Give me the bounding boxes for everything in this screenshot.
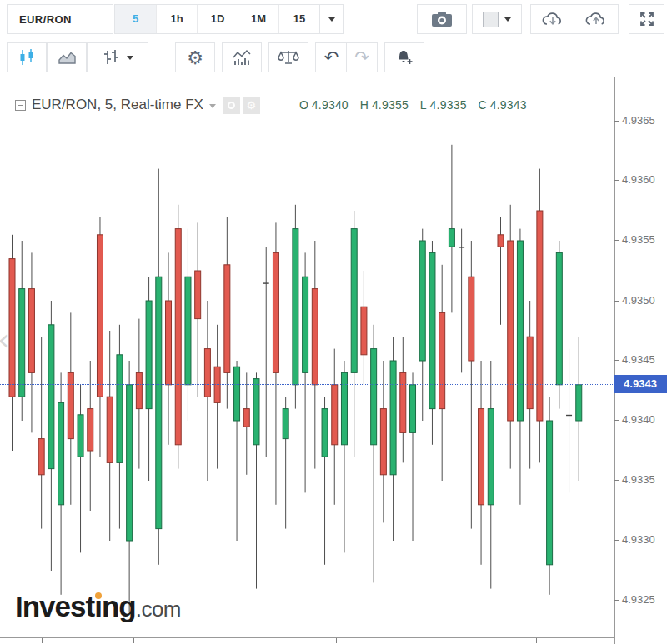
ohlc-readout: O4.9340 H4.9355 L4.9335 C4.9343 [299,98,535,112]
gear-icon: ⚙ [247,100,257,111]
redo-icon: ↷ [354,49,369,66]
axis-tick-label: 4.9340 [622,413,655,426]
camera-icon [431,11,453,27]
fullscreen-icon [639,11,655,27]
cloud-download-icon [541,10,564,28]
axis-tick [614,420,619,421]
axis-tick [614,180,619,181]
axis-tick-label: 4.9335 [622,473,655,486]
visibility-icon [228,102,235,109]
redo-button[interactable]: ↷ [346,42,378,72]
axis-tick [614,240,619,241]
axis-tick [614,301,619,302]
axis-tick [614,360,619,361]
candlestick-chart-icon [18,48,36,67]
price-axis[interactable]: 4.93654.93604.93554.93504.93454.93404.93… [614,77,667,644]
logo-text: Invest [15,590,94,622]
load-chart-button[interactable] [530,4,574,34]
timeframe-group: 51h1D1M15 [114,4,320,34]
time-tick [536,638,537,643]
axis-tick-label: 4.9330 [622,533,655,546]
snapshot-button[interactable] [417,4,467,34]
timeframe-5[interactable]: 5 [115,5,156,33]
ohlc-bars-icon [103,49,119,66]
chart-style-candles-button[interactable] [7,42,47,72]
high-value: 4.9355 [372,98,409,112]
cloud-upload-icon [584,10,608,28]
chart-widget: EUR/RON 51h1D1M15 [0,0,667,644]
indicators-button[interactable] [222,42,262,72]
scales-icon [278,49,299,66]
gear-icon: ⚙ [187,47,203,68]
symbol-input[interactable]: EUR/RON [7,4,113,34]
compare-button[interactable] [268,42,308,72]
current-price-line [0,384,614,385]
axis-tick-label: 4.9360 [622,173,655,186]
close-label: C [479,98,487,112]
chart-settings-button[interactable]: ⚙ [175,42,215,72]
timeframe-1h[interactable]: 1h [156,5,197,33]
undo-icon: ↶ [324,49,339,66]
time-tick [42,638,43,643]
legend-settings-button[interactable]: ⚙ [243,97,260,114]
background-color-button[interactable] [472,4,522,34]
legend-title[interactable]: EUR/RON, 5, Real-time FX [32,97,203,113]
logo-tld: .com [136,597,181,622]
chart-style-bars-button[interactable] [87,42,148,72]
symbol-text: EUR/RON [19,13,72,26]
current-price-label: 4.9343 [614,375,667,393]
bell-plus-icon [395,48,414,67]
logo-text-end: ng [102,590,136,622]
fullscreen-button[interactable] [629,4,664,34]
chart-legend: EUR/RON, 5, Real-time FX ⚙ O4.9340 H4.93… [15,95,535,115]
open-value: 4.9340 [312,98,349,112]
legend-collapse-button[interactable] [15,100,26,111]
axis-tick-label: 4.9365 [622,114,655,127]
axis-tick-label: 4.9350 [622,294,655,307]
scroll-left-arrow[interactable]: ‹ [0,322,9,357]
axis-tick-label: 4.9345 [622,353,655,366]
axis-tick [614,121,619,122]
axis-tick-label: 4.9355 [622,233,655,246]
chart-style-area-button[interactable] [47,42,87,72]
area-chart-icon [58,49,77,66]
timeframe-dropdown[interactable] [319,4,344,34]
timeframe-1D[interactable]: 1D [197,5,238,33]
undo-button[interactable]: ↶ [315,42,347,72]
save-chart-button[interactable] [574,4,619,34]
color-swatch [483,12,499,27]
axis-tick [614,540,619,541]
axis-tick-label: 4.9325 [622,593,655,606]
time-tick [133,638,134,643]
indicators-icon [232,49,252,66]
time-axis-border [0,637,615,638]
toolbar-right-group [417,4,664,34]
investing-logo[interactable]: Investing.com [15,588,181,631]
legend-hide-button[interactable] [223,97,240,114]
current-price-value: 4.9343 [624,377,657,390]
logo-dotted-i: i [94,590,102,622]
high-label: H [360,98,369,112]
add-alert-button[interactable] [384,42,424,72]
chart-canvas[interactable] [0,77,614,644]
chevron-down-icon [504,17,511,22]
axis-tick [614,600,619,601]
timeframe-15[interactable]: 15 [278,5,319,33]
chevron-down-icon[interactable] [209,104,216,108]
chart-tools-toolbar: ⚙ ↶ [0,38,667,77]
axis-tick [614,480,619,481]
chevron-down-icon [328,17,335,22]
time-tick [336,638,337,643]
chevron-down-icon [127,56,133,60]
low-value: 4.9335 [430,98,467,112]
timeframe-1M[interactable]: 1M [238,5,278,33]
top-toolbar: EUR/RON 51h1D1M15 [0,0,667,38]
close-value: 4.9343 [490,98,527,112]
cloud-group [530,4,619,34]
chart-area: ‹ 4.93654.93604.93554.93504.93454.93404.… [0,77,667,644]
low-label: L [420,98,427,112]
open-label: O [299,98,308,112]
